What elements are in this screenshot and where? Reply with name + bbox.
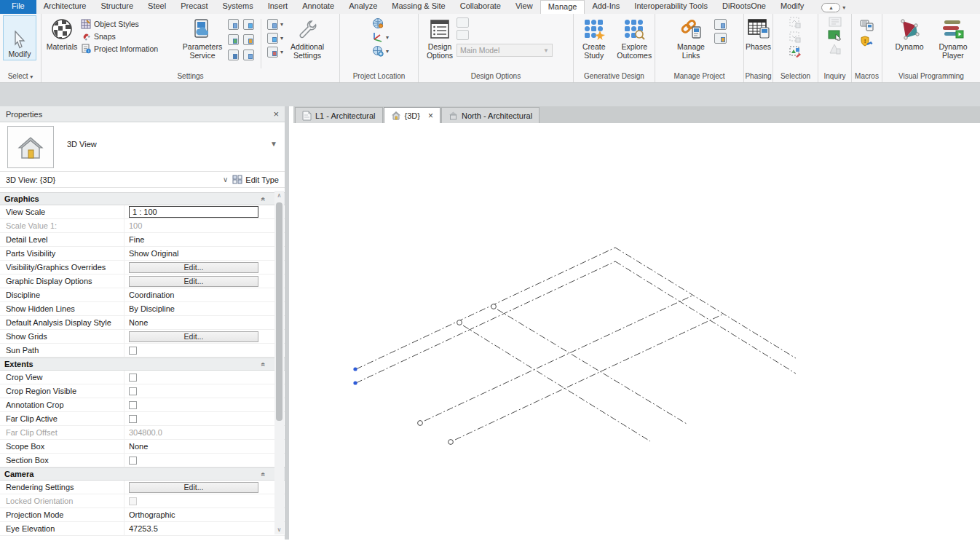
section-header[interactable]: Camera« (0, 467, 285, 481)
tab-collaborate[interactable]: Collaborate (453, 0, 508, 14)
element-ids-icon[interactable] (829, 17, 842, 27)
coordinates-button[interactable]: ▾ (372, 32, 389, 42)
checkbox[interactable] (129, 457, 137, 465)
macro-security-icon[interactable]: ! (861, 36, 873, 48)
edit-type-button[interactable]: Edit Type (232, 175, 279, 184)
tab-file[interactable]: File (0, 0, 36, 14)
grid-bubble[interactable] (457, 320, 462, 325)
manage-links-button[interactable]: Manage Links (672, 16, 710, 60)
tab-systems[interactable]: Systems (215, 0, 260, 14)
view-tab-north-architectural[interactable]: North - Architectural (441, 107, 540, 123)
property-value[interactable]: 1 : 100 (124, 205, 264, 218)
property-value[interactable] (124, 384, 264, 398)
dynamo-button[interactable]: Dynamo (890, 16, 928, 52)
grid-line[interactable] (463, 325, 650, 441)
section-header[interactable]: Extents« (0, 357, 285, 371)
panel-schedule-templates-button[interactable]: ▾ (267, 47, 283, 58)
property-value[interactable] (124, 344, 264, 357)
drawing-area[interactable] (293, 123, 980, 540)
materials-button[interactable]: Materials (43, 16, 81, 52)
grid-bubble[interactable] (418, 421, 423, 426)
tab-manage[interactable]: Manage (540, 0, 585, 14)
tab-insert[interactable]: Insert (261, 0, 296, 14)
instance-dropdown-icon[interactable]: ∨ (223, 175, 228, 183)
grid-bubble[interactable] (448, 440, 454, 445)
property-value[interactable]: 47253.5 (124, 522, 264, 535)
view-tab-close-icon[interactable]: × (428, 111, 433, 121)
checkbox[interactable] (129, 401, 137, 409)
property-value[interactable] (124, 412, 264, 425)
property-value[interactable] (124, 398, 264, 411)
select-panel-label[interactable]: Select ▾ (0, 71, 41, 82)
project-information-button[interactable]: i Project Information (81, 44, 181, 54)
select-by-id-icon[interactable] (828, 30, 842, 41)
edit-button[interactable]: Edit... (129, 482, 258, 493)
parameters-service-button[interactable]: Parameters Service (181, 16, 224, 60)
type-preview-button[interactable] (7, 126, 54, 168)
modify-button[interactable]: Modify (3, 15, 36, 60)
tab-steel[interactable]: Steel (141, 0, 173, 14)
tab-precast[interactable]: Precast (173, 0, 215, 14)
ribbon-collapse-button[interactable]: ▲ ▾ (821, 0, 845, 14)
warnings-icon[interactable] (829, 44, 841, 55)
edit-button[interactable]: Edit... (129, 276, 258, 287)
section-header[interactable]: Graphics« (0, 192, 285, 205)
location-button[interactable] (372, 17, 389, 29)
properties-header[interactable]: Properties × (0, 106, 285, 122)
type-selector-caret-icon[interactable]: ▼ (270, 140, 277, 148)
grid-line[interactable] (615, 261, 796, 374)
checkbox[interactable] (129, 387, 137, 395)
mep-settings-button[interactable]: ▾ (267, 33, 283, 44)
macro-manager-icon[interactable] (860, 19, 874, 31)
checkbox[interactable] (129, 347, 137, 355)
checkbox[interactable] (129, 415, 137, 423)
checkbox[interactable] (129, 374, 137, 382)
tab-annotate[interactable]: Annotate (295, 0, 341, 14)
grid-line[interactable] (356, 248, 615, 369)
scroll-up-icon[interactable]: ∧ (274, 191, 284, 200)
property-value[interactable]: None (124, 440, 264, 453)
property-value[interactable]: Edit... (124, 261, 264, 274)
edit-button[interactable]: Edit... (129, 331, 258, 342)
grid-endpoint-dot[interactable] (353, 381, 357, 384)
transfer-project-standards-icon[interactable] (228, 19, 239, 30)
tab-structure[interactable]: Structure (93, 0, 141, 14)
grid-line[interactable] (615, 248, 796, 358)
object-styles-button[interactable]: Object Styles (81, 19, 181, 29)
dynamo-player-button[interactable]: Dynamo Player (934, 16, 972, 60)
global-parameters-icon[interactable] (228, 50, 239, 60)
property-value[interactable]: Show Original (124, 247, 264, 260)
property-value[interactable]: Edit... (124, 274, 264, 288)
edit-selection-icon[interactable] (789, 46, 802, 58)
scroll-down-icon[interactable]: ∨ (274, 525, 284, 534)
property-value[interactable]: Orthographic (124, 508, 264, 521)
position-button[interactable]: ▾ (372, 45, 389, 57)
property-value[interactable]: Edit... (124, 330, 264, 343)
section-collapse-icon[interactable]: « (260, 472, 268, 476)
tab-view[interactable]: View (508, 0, 540, 14)
structural-settings-button[interactable]: ▾ (267, 19, 283, 30)
project-parameters-icon[interactable] (243, 50, 254, 60)
property-value[interactable]: Edit... (124, 481, 264, 494)
purge-unused-icon[interactable] (243, 19, 254, 30)
tab-massing-site[interactable]: Massing & Site (384, 0, 452, 14)
section-collapse-icon[interactable]: « (260, 197, 268, 201)
edit-button[interactable]: Edit... (129, 262, 258, 273)
value-input[interactable]: 1 : 100 (129, 206, 258, 218)
view-tab-3d[interactable]: {3D} × (384, 107, 440, 123)
save-selection-icon[interactable] (789, 17, 802, 28)
grid-line[interactable] (424, 296, 692, 421)
grid-line[interactable] (356, 261, 615, 383)
tab-interoperability-tools[interactable]: Interoperability Tools (627, 0, 715, 14)
manage-images-icon[interactable] (714, 19, 727, 30)
property-value[interactable]: By Discipline (124, 302, 264, 315)
active-design-option-select[interactable]: Main Model ▼ (457, 44, 553, 57)
grid-endpoint-dot[interactable] (353, 367, 357, 371)
tab-analyze[interactable]: Analyze (341, 0, 384, 14)
scrollbar-thumb[interactable] (276, 202, 282, 421)
tab-modify[interactable]: Modify (773, 0, 811, 14)
design-options-button[interactable]: Design Options (423, 16, 457, 60)
property-value[interactable]: Coordination (124, 288, 264, 301)
tab-dirootsone[interactable]: DiRootsOne (715, 0, 773, 14)
phases-button[interactable]: Phases (746, 16, 771, 52)
